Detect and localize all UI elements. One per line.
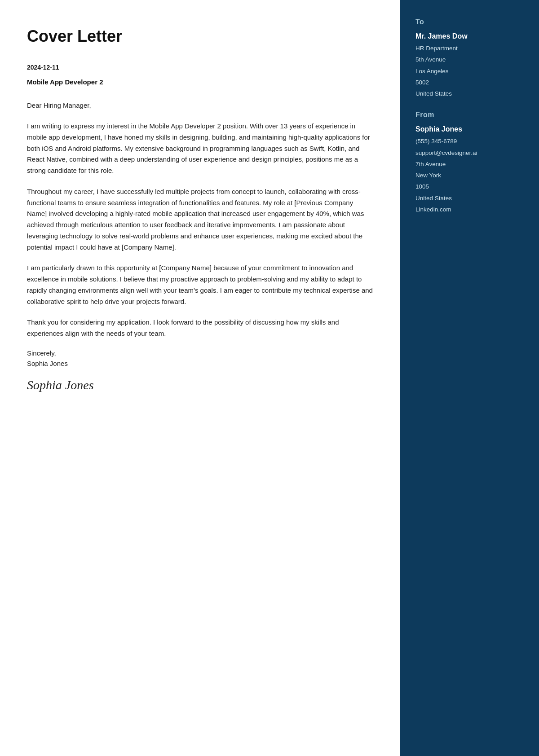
recipient-city: Los Angeles: [415, 67, 523, 76]
from-section: From Sophia Jones (555) 345-6789 support…: [415, 111, 523, 214]
closing: Sincerely,: [27, 349, 373, 357]
to-label: To: [415, 18, 523, 26]
job-title: Mobile App Developer 2: [27, 78, 373, 86]
to-section: To Mr. James Dow HR Department 5th Avenu…: [415, 18, 523, 98]
sender-street: 7th Avenue: [415, 160, 523, 169]
paragraph-2: Throughout my career, I have successfull…: [27, 186, 373, 253]
sender-postal: 1005: [415, 182, 523, 191]
date: 2024-12-11: [27, 64, 373, 71]
from-label: From: [415, 111, 523, 119]
sender-email: support@cvdesigner.ai: [415, 149, 523, 158]
recipient-street: 5th Avenue: [415, 55, 523, 64]
main-content: Cover Letter 2024-12-11 Mobile App Devel…: [0, 0, 400, 756]
sender-city: New York: [415, 171, 523, 180]
paragraph-1: I am writing to express my interest in t…: [27, 121, 373, 176]
recipient-country: United States: [415, 89, 523, 98]
sender-website: Linkedin.com: [415, 205, 523, 214]
page-container: Cover Letter 2024-12-11 Mobile App Devel…: [0, 0, 539, 756]
paragraph-4: Thank you for considering my application…: [27, 317, 373, 339]
salutation: Dear Hiring Manager,: [27, 100, 373, 111]
sender-phone: (555) 345-6789: [415, 137, 523, 146]
sidebar: To Mr. James Dow HR Department 5th Avenu…: [400, 0, 539, 756]
signature: Sophia Jones: [27, 378, 373, 392]
recipient-postal: 5002: [415, 78, 523, 87]
recipient-name: Mr. James Dow: [415, 32, 523, 40]
sender-name-typed: Sophia Jones: [27, 360, 373, 367]
recipient-department: HR Department: [415, 44, 523, 53]
paragraph-3: I am particularly drawn to this opportun…: [27, 263, 373, 307]
page-title: Cover Letter: [27, 27, 373, 46]
sender-country: United States: [415, 194, 523, 203]
sender-name: Sophia Jones: [415, 125, 523, 133]
